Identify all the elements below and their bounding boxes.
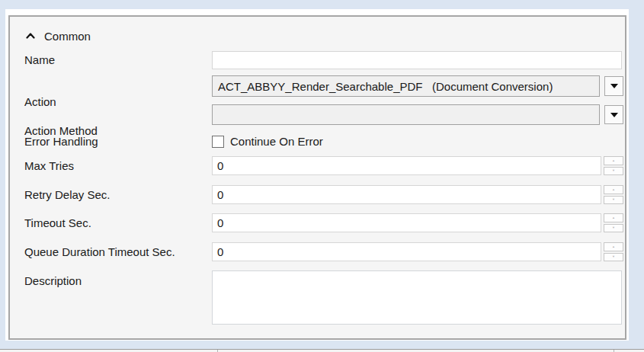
action-combobox-value: ACT_ABBYY_Render_Searchable_PDF (Documen… <box>218 80 553 93</box>
action-dropdown-button[interactable] <box>604 76 623 96</box>
dropdown-arrow-icon <box>610 84 618 88</box>
max-tries-input[interactable] <box>212 156 601 175</box>
next-section-edge <box>0 349 644 352</box>
description-textarea[interactable] <box>212 270 622 325</box>
max-tries-label: Max Tries <box>24 158 74 174</box>
section-header-common[interactable]: Common <box>26 27 91 44</box>
spin-down-button[interactable]: ▼ <box>604 167 623 176</box>
queue-duration-timeout-input[interactable] <box>212 242 601 261</box>
action-method-combobox[interactable] <box>212 104 600 125</box>
spin-up-button[interactable]: ▲ <box>604 185 623 194</box>
spin-up-button[interactable]: ▲ <box>604 156 623 165</box>
retry-delay-spinner: ▲ ▼ <box>604 185 623 204</box>
spin-up-icon: ▲ <box>612 245 615 248</box>
action-method-dropdown-button[interactable] <box>604 105 623 124</box>
spin-down-icon: ▼ <box>612 169 615 172</box>
action-combobox[interactable]: ACT_ABBYY_Render_Searchable_PDF (Documen… <box>212 75 600 97</box>
description-label: Description <box>24 274 82 289</box>
error-handling-label: Error Handling <box>24 134 98 149</box>
spin-down-icon: ▼ <box>612 198 615 201</box>
name-input[interactable] <box>212 51 622 69</box>
continue-on-error-checkbox[interactable] <box>212 136 224 148</box>
workflow-action-properties-pane: { "colors": { "window_background": "#dbe… <box>0 0 644 352</box>
spin-down-button[interactable]: ▼ <box>604 253 623 262</box>
timeout-input[interactable] <box>212 213 601 232</box>
spin-up-icon: ▲ <box>612 159 615 162</box>
chevron-up-icon <box>26 33 35 39</box>
continue-on-error-checkbox-label[interactable]: Continue On Error <box>230 134 323 149</box>
spin-down-icon: ▼ <box>612 226 615 229</box>
section-title: Common <box>44 30 91 43</box>
retry-delay-input[interactable] <box>212 185 601 204</box>
common-section-panel: Common Name Action ACT_ABBYY_Render_Sear… <box>8 15 626 340</box>
queue-duration-timeout-label: Queue Duration Timeout Sec. <box>24 245 175 260</box>
max-tries-spinner: ▲ ▼ <box>604 156 623 175</box>
spin-up-button[interactable]: ▲ <box>604 242 623 251</box>
spin-up-icon: ▲ <box>612 216 615 219</box>
timeout-spinner: ▲ ▼ <box>604 213 623 232</box>
timeout-label: Timeout Sec. <box>24 216 91 231</box>
spin-down-button[interactable]: ▼ <box>604 224 623 233</box>
action-label: Action <box>24 94 56 110</box>
spin-down-button[interactable]: ▼ <box>604 196 623 205</box>
name-label: Name <box>24 53 55 68</box>
retry-delay-label: Retry Delay Sec. <box>24 187 111 203</box>
dropdown-arrow-icon <box>610 113 618 117</box>
spin-down-icon: ▼ <box>612 255 615 258</box>
spin-up-button[interactable]: ▲ <box>604 213 623 222</box>
spin-up-icon: ▲ <box>612 188 615 191</box>
queue-duration-timeout-spinner: ▲ ▼ <box>604 242 623 261</box>
